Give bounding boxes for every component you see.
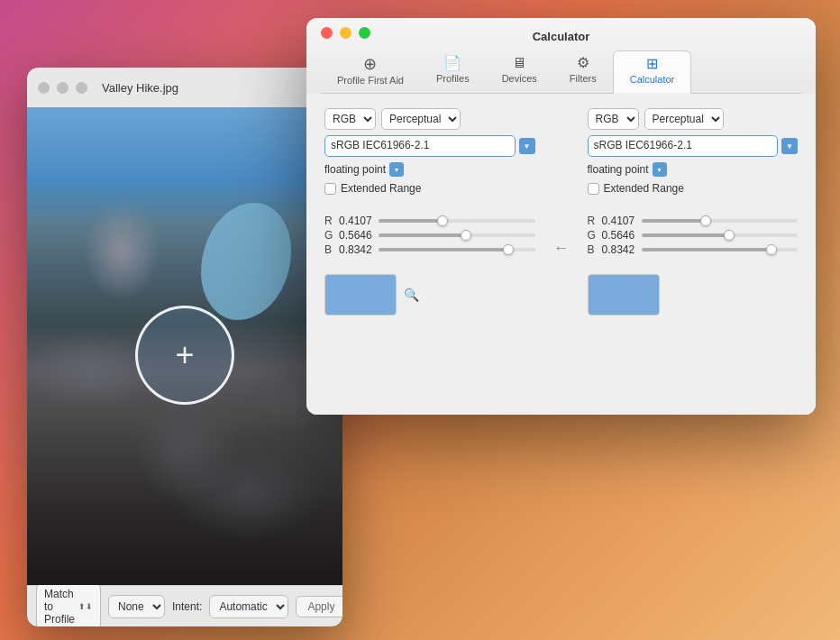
left-sliders-channel-b: B0.8342	[324, 243, 535, 256]
calc-maximize-button[interactable]	[359, 27, 370, 39]
calculator-icon: ⊞	[646, 57, 658, 71]
tab-profiles[interactable]: 📄 Profiles	[420, 50, 486, 93]
right-sliders-channel-b: B0.8342	[588, 243, 799, 256]
right-floating-label: floating point	[588, 163, 649, 176]
right-profile-arrow[interactable]: ▼	[781, 138, 798, 154]
minimize-button[interactable]	[57, 82, 68, 94]
left-profile-field[interactable]: sRGB IEC61966-2.1	[324, 135, 516, 157]
left-extended-range-label: Extended Range	[341, 182, 421, 195]
left-sliders-slider-fill-b	[379, 248, 508, 251]
tab-calculator[interactable]: ⊞ Calculator	[613, 50, 692, 94]
left-sliders-channel-label-g: G	[324, 229, 333, 242]
tab-devices[interactable]: 🖥 Devices	[486, 50, 553, 93]
left-sliders-slider-thumb-g[interactable]	[461, 230, 471, 241]
left-floating-arrow[interactable]: ▼	[389, 162, 404, 177]
tab-profile-first-aid[interactable]: ⊕ Profile First Aid	[321, 50, 420, 93]
left-color-swatch	[324, 274, 397, 315]
profiles-icon: 📄	[443, 56, 461, 70]
maximize-button[interactable]	[76, 82, 87, 94]
photo-bottom-bar: Match to Profile ⬆⬇ None Intent: Automat…	[27, 585, 342, 626]
none-select[interactable]: None	[108, 595, 165, 618]
right-floating-row: floating point ▼	[588, 162, 799, 177]
filters-icon: ⚙	[577, 56, 589, 70]
close-button[interactable]	[38, 82, 50, 94]
left-rendering-intent-select[interactable]: Perceptual	[381, 108, 461, 130]
right-sliders-slider-thumb-r[interactable]	[700, 215, 711, 226]
right-sliders-slider-thumb-b[interactable]	[766, 244, 777, 255]
left-profile-row: sRGB IEC61966-2.1 ▼	[324, 135, 535, 157]
left-panel: RGB Perceptual sRGB IEC61966-2.1 ▼ float…	[324, 108, 535, 315]
chevron-down-icon: ▼	[524, 142, 531, 151]
circle-overlay: +	[135, 306, 234, 405]
right-sliders-channel-label-b: B	[588, 243, 597, 256]
right-sliders-slider-fill-b	[642, 248, 772, 251]
left-sliders-slider-track-b[interactable]	[379, 248, 535, 251]
calculator-titlebar: Calculator ⊕ Profile First Aid 📄 Profile…	[306, 18, 816, 94]
right-sliders-slider-track-r[interactable]	[642, 219, 799, 223]
right-sliders-slider-thumb-g[interactable]	[724, 230, 735, 241]
right-sliders-slider-track-b[interactable]	[642, 248, 799, 251]
tab-calculator-label: Calculator	[630, 74, 675, 85]
match-chevron-icon: ⬆⬇	[78, 602, 93, 611]
left-sliders-slider-thumb-b[interactable]	[503, 244, 514, 255]
apply-button[interactable]: Apply	[296, 596, 342, 617]
right-color-space-select[interactable]: RGB	[588, 108, 639, 130]
left-sliders-slider-track-r[interactable]	[379, 219, 535, 223]
right-sliders-channel-label-g: G	[588, 229, 597, 242]
calc-minimize-button[interactable]	[340, 27, 352, 39]
chevron-down-icon-4: ▼	[656, 167, 662, 173]
tab-profiles-label: Profiles	[436, 73, 470, 84]
right-sliders-slider-track-g[interactable]	[642, 233, 799, 237]
calc-close-button[interactable]	[321, 27, 333, 39]
photo-window: Valley Hike.jpg + Match to Profile ⬆⬇ No…	[27, 68, 342, 626]
left-sliders-channel-value-r: 0.4107	[339, 215, 373, 227]
left-bottom-row: 🔍	[324, 274, 535, 315]
left-color-space-row: RGB Perceptual	[324, 108, 535, 130]
left-sliders-channel-g: G0.5646	[324, 229, 535, 242]
right-floating-arrow[interactable]: ▼	[653, 162, 667, 177]
left-sliders-slider-fill-r	[379, 219, 443, 223]
right-profile-row: sRGB IEC61966-2.1 ▼	[588, 135, 799, 157]
right-sliders-slider-fill-r	[642, 219, 706, 223]
tab-devices-label: Devices	[502, 73, 537, 84]
right-rendering-intent-select[interactable]: Perceptual	[644, 108, 724, 130]
tab-profile-first-aid-label: Profile First Aid	[337, 75, 404, 86]
match-label: Match to Profile	[44, 588, 75, 626]
right-profile-field[interactable]: sRGB IEC61966-2.1	[588, 135, 779, 157]
photo-content: +	[27, 107, 342, 585]
arrow-divider: ←	[553, 108, 570, 315]
calc-traffic-lights	[321, 27, 370, 39]
tab-filters[interactable]: ⚙ Filters	[553, 50, 613, 93]
left-sliders-channel-r: R0.4107	[324, 215, 535, 227]
left-arrow-icon: ←	[553, 239, 570, 258]
left-sliders: R0.4107G0.5646B0.8342	[324, 213, 535, 256]
search-icon[interactable]: 🔍	[404, 288, 419, 302]
left-extended-range-checkbox[interactable]	[324, 183, 336, 195]
right-extended-range-row: Extended Range	[588, 182, 799, 195]
right-sliders-channel-g: G0.5646	[588, 229, 799, 242]
right-extended-range-checkbox[interactable]	[588, 183, 599, 195]
right-sliders: R0.4107G0.5646B0.8342	[588, 213, 799, 256]
left-color-space-select[interactable]: RGB	[324, 108, 376, 130]
match-to-profile-button[interactable]: Match to Profile ⬆⬇	[36, 583, 101, 627]
left-floating-row: floating point ▼	[324, 162, 535, 177]
left-sliders-slider-track-g[interactable]	[379, 233, 535, 237]
plus-icon: +	[175, 339, 194, 371]
right-sliders-channel-r: R0.4107	[588, 215, 799, 227]
calculator-tabs: ⊕ Profile First Aid 📄 Profiles 🖥 Devices…	[321, 50, 801, 94]
intent-label: Intent:	[172, 600, 202, 613]
left-sliders-slider-thumb-r[interactable]	[437, 215, 448, 226]
right-sliders-channel-label-r: R	[588, 215, 597, 227]
calculator-body: RGB Perceptual sRGB IEC61966-2.1 ▼ float…	[306, 94, 816, 415]
right-panel: RGB Perceptual sRGB IEC61966-2.1 ▼ float…	[588, 108, 799, 315]
left-sliders-channel-value-g: 0.5646	[339, 229, 373, 242]
left-sliders-channel-label-r: R	[324, 215, 333, 227]
left-sliders-channel-label-b: B	[324, 243, 333, 256]
left-profile-arrow[interactable]: ▼	[519, 138, 535, 154]
right-sliders-channel-value-b: 0.8342	[602, 243, 636, 256]
chevron-down-icon-2: ▼	[394, 167, 400, 173]
intent-select[interactable]: Automatic	[209, 595, 288, 618]
photo-titlebar: Valley Hike.jpg	[27, 68, 342, 107]
right-extended-range-label: Extended Range	[604, 182, 684, 195]
two-column-layout: RGB Perceptual sRGB IEC61966-2.1 ▼ float…	[324, 108, 798, 315]
